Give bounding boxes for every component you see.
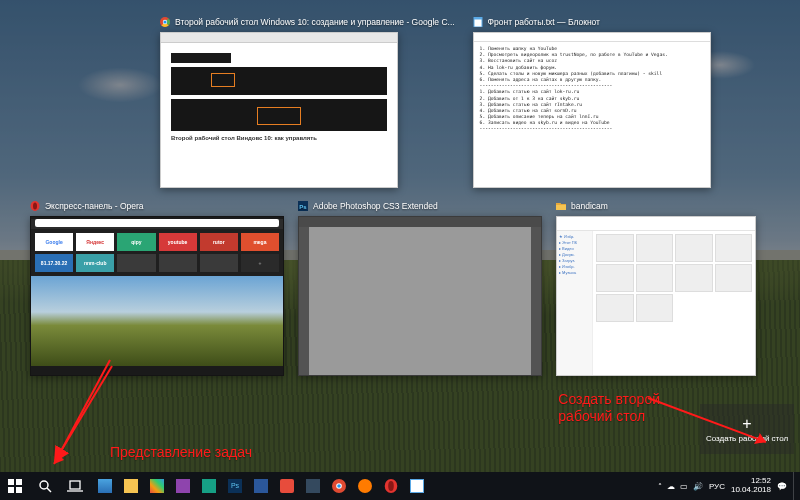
taskbar-apps: Ps xyxy=(92,472,430,500)
taskbar-app[interactable] xyxy=(92,472,118,500)
window-thumb-opera[interactable]: Экспресс-панель - Opera GoogleЯндексqipy… xyxy=(30,198,284,376)
svg-point-15 xyxy=(40,481,48,489)
opera-icon xyxy=(30,201,40,211)
file-thumb xyxy=(596,264,634,292)
svg-rect-13 xyxy=(8,487,14,493)
show-desktop-button[interactable] xyxy=(793,472,798,500)
window-title: Adobe Photoshop CS3 Extended xyxy=(313,201,438,211)
tray-icon[interactable]: ☁ xyxy=(667,482,675,491)
taskbar-clock[interactable]: 12:52 10.04.2018 xyxy=(731,477,771,495)
taskbar-app[interactable]: Ps xyxy=(222,472,248,500)
speed-dial-tile: mega xyxy=(241,233,279,251)
taskbar-app[interactable] xyxy=(404,472,430,500)
annotation-left: Представление задач xyxy=(110,444,252,460)
taskbar: Ps ˄ ☁ ▭ 🔊 РУС 12:52 10.04.2018 💬 xyxy=(0,472,800,500)
svg-point-23 xyxy=(388,481,394,491)
svg-point-8 xyxy=(33,202,37,209)
taskbar-app[interactable] xyxy=(326,472,352,500)
photoshop-icon: Ps xyxy=(298,201,308,211)
svg-rect-6 xyxy=(474,17,482,20)
start-button[interactable] xyxy=(0,472,30,500)
svg-rect-17 xyxy=(70,481,80,489)
file-thumb xyxy=(636,234,674,262)
taskbar-app[interactable] xyxy=(144,472,170,500)
svg-text:Ps: Ps xyxy=(299,204,307,210)
speed-dial-tile: Google xyxy=(35,233,73,251)
speed-dial-tile: rutor xyxy=(200,233,238,251)
speed-dial-tile: 81.17.30.22 xyxy=(35,254,73,272)
window-thumb-notepad[interactable]: Фронт работы.txt — Блокнот 1. Поменять ш… xyxy=(473,14,711,188)
taskbar-app[interactable] xyxy=(378,472,404,500)
taskbar-app[interactable] xyxy=(196,472,222,500)
article-heading: Второй рабочий стол Виндовс 10: как упра… xyxy=(171,135,387,141)
taskbar-app[interactable] xyxy=(170,472,196,500)
language-indicator[interactable]: РУС xyxy=(709,482,725,491)
volume-icon[interactable]: 🔊 xyxy=(693,482,703,491)
window-title: Экспресс-панель - Opera xyxy=(45,201,144,211)
task-view-button[interactable] xyxy=(60,472,90,500)
folder-icon xyxy=(556,201,566,211)
chrome-icon xyxy=(160,17,170,27)
file-thumb xyxy=(636,264,674,292)
svg-rect-11 xyxy=(8,479,14,485)
system-tray[interactable]: ˄ ☁ ▭ 🔊 xyxy=(658,482,703,491)
svg-rect-12 xyxy=(16,479,22,485)
window-thumb-explorer[interactable]: bandicam ★ Избр.▸ Этот ПК▸ Видео▸ Докум.… xyxy=(556,198,756,376)
speed-dial-tile: youtube xyxy=(159,233,197,251)
tray-icon[interactable]: ▭ xyxy=(680,482,688,491)
window-title: bandicam xyxy=(571,201,608,211)
taskbar-app[interactable] xyxy=(248,472,274,500)
notepad-icon xyxy=(473,17,483,27)
taskbar-app[interactable] xyxy=(300,472,326,500)
tray-chevron-icon[interactable]: ˄ xyxy=(658,482,662,491)
file-thumb xyxy=(715,264,753,292)
file-thumb xyxy=(596,234,634,262)
action-center-icon[interactable]: 💬 xyxy=(777,482,787,491)
speed-dial-tile xyxy=(200,254,238,272)
search-button[interactable] xyxy=(30,472,60,500)
taskbar-app[interactable] xyxy=(118,472,144,500)
speed-dial-tile: nnm-club xyxy=(76,254,114,272)
file-thumb xyxy=(636,294,674,322)
new-desktop-label: Создать рабочий стол xyxy=(706,434,788,443)
speed-dial-tile: qipy xyxy=(117,233,155,251)
file-thumb xyxy=(596,294,634,322)
taskbar-app[interactable] xyxy=(352,472,378,500)
svg-point-4 xyxy=(163,20,166,23)
annotation-right: Создать второй рабочий стол xyxy=(558,391,660,425)
window-title: Фронт работы.txt — Блокнот xyxy=(488,17,600,27)
speed-dial-tile xyxy=(117,254,155,272)
taskbar-app[interactable] xyxy=(274,472,300,500)
window-title: Второй рабочий стол Windows 10: создание… xyxy=(175,17,455,27)
plus-icon: + xyxy=(742,416,751,432)
speed-dial-tile xyxy=(159,254,197,272)
task-view: Второй рабочий стол Windows 10: создание… xyxy=(0,8,800,460)
clock-date: 10.04.2018 xyxy=(731,486,771,495)
speed-dial-tile: Яндекс xyxy=(76,233,114,251)
file-thumb xyxy=(715,234,753,262)
file-thumb xyxy=(675,264,713,292)
window-thumb-chrome[interactable]: Второй рабочий стол Windows 10: создание… xyxy=(160,14,455,188)
svg-line-16 xyxy=(47,488,51,492)
svg-rect-14 xyxy=(16,487,22,493)
new-desktop-button[interactable]: + Создать рабочий стол xyxy=(700,404,794,454)
speed-dial-tile: + xyxy=(241,254,279,272)
file-thumb xyxy=(675,234,713,262)
window-thumb-photoshop[interactable]: Ps Adobe Photoshop CS3 Extended xyxy=(298,198,542,376)
svg-point-21 xyxy=(337,484,341,488)
